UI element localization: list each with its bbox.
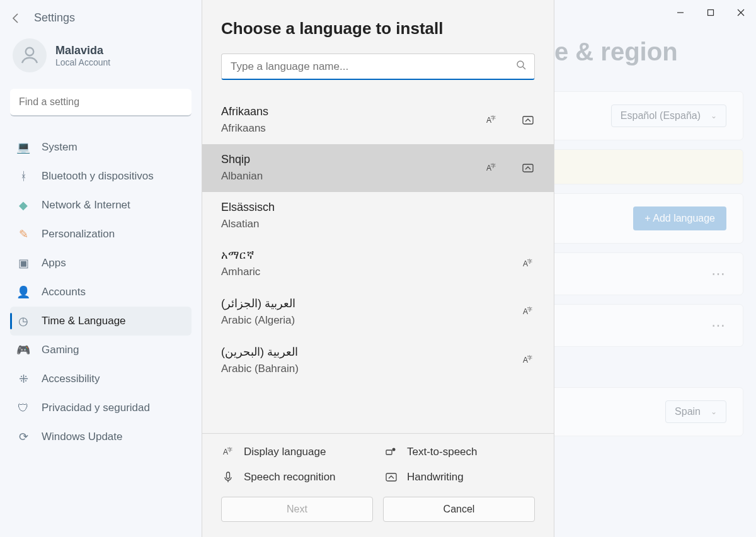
nav-icon: 👤 (16, 285, 30, 299)
language-list: AfrikaansAfrikaansA字ShqipAlbanianA字Elsäs… (202, 96, 554, 433)
sidebar-item-personalization[interactable]: ✎Personalization (10, 220, 192, 249)
legend-text-to-speech: Text-to-speech (384, 445, 535, 459)
svg-text:字: 字 (527, 259, 532, 264)
svg-text:字: 字 (527, 307, 532, 312)
svg-point-4 (26, 48, 34, 56)
svg-line-6 (523, 67, 525, 69)
display-language-select[interactable]: Español (España)⌄ (611, 105, 726, 127)
display-icon: A字 (521, 257, 535, 271)
language-english-name: Albanian (221, 170, 263, 183)
nav-label: Windows Update (42, 431, 123, 443)
sidebar-item-time-language[interactable]: ◷Time & Language (10, 307, 192, 336)
language-english-name: Afrikaans (221, 122, 268, 135)
nav-label: Accessibility (42, 373, 100, 385)
language-native-name: Elsässisch (221, 201, 275, 214)
sidebar-item-accessibility[interactable]: ⁜Accessibility (10, 365, 192, 393)
nav-icon: ◆ (16, 198, 30, 212)
language-native-name: Shqip (221, 153, 263, 166)
svg-rect-9 (523, 116, 533, 124)
language-option-alsatian[interactable]: ElsässischAlsatian (202, 192, 554, 240)
sidebar-item-accounts[interactable]: 👤Accounts (10, 278, 192, 307)
sidebar-item-network-internet[interactable]: ◆Network & Internet (10, 191, 192, 220)
language-native-name: العربية (الجزائر) (221, 297, 295, 310)
language-english-name: Arabic (Algeria) (221, 314, 295, 327)
sidebar-item-gaming[interactable]: 🎮Gaming (10, 336, 192, 365)
language-option-arabic-bahrain-[interactable]: العربية (البحرين)Arabic (Bahrain)A字 (202, 336, 554, 385)
language-option-arabic-algeria-[interactable]: العربية (الجزائر)Arabic (Algeria)A字 (202, 288, 554, 336)
svg-point-5 (517, 61, 524, 67)
nav-label: Privacidad y seguridad (42, 402, 150, 414)
sidebar-item-bluetooth-y-dispositivos[interactable]: ᚼBluetooth y dispositivos (10, 162, 192, 191)
language-english-name: Alsatian (221, 218, 275, 230)
dialog-footer: A字 Display language Text-to-speech Speec… (202, 433, 554, 537)
svg-text:字: 字 (527, 355, 532, 361)
svg-rect-12 (523, 164, 533, 172)
display-language-icon: A字 (221, 445, 235, 459)
more-options-icon[interactable]: ⋯ (711, 317, 726, 334)
language-option-afrikaans[interactable]: AfrikaansAfrikaansA字 (202, 96, 554, 144)
nav-label: Accounts (42, 286, 86, 298)
dialog-title: Choose a language to install (202, 0, 554, 54)
language-english-name: Amharic (221, 266, 260, 278)
nav-icon: ◷ (16, 314, 30, 328)
nav-icon: ⟳ (16, 430, 30, 444)
add-language-button[interactable]: + Add language (633, 206, 726, 230)
search-icon (516, 60, 526, 72)
sidebar-item-apps[interactable]: ▣Apps (10, 249, 192, 278)
close-button[interactable] (726, 0, 756, 25)
legend-speech-recognition: Speech recognition (221, 470, 372, 484)
language-native-name: አማርኛ (221, 249, 260, 262)
handwriting-icon (521, 161, 535, 175)
nav-label: System (42, 141, 77, 154)
display-icon: A字 (484, 113, 498, 127)
sidebar-item-windows-update[interactable]: ⟳Windows Update (10, 422, 192, 451)
next-button[interactable]: Next (221, 497, 373, 522)
legend-display-language: A字 Display language (221, 445, 372, 459)
nav-icon: 💻 (16, 140, 30, 154)
window-titlebar (665, 0, 756, 25)
nav-icon: ⁜ (16, 372, 30, 386)
nav-icon: 🎮 (16, 343, 30, 357)
tts-icon (384, 445, 398, 459)
svg-text:字: 字 (491, 115, 496, 121)
back-button[interactable] (10, 12, 23, 25)
language-native-name: Afrikaans (221, 105, 268, 118)
nav-label: Time & Language (42, 315, 126, 327)
nav-icon: 🛡 (16, 401, 30, 415)
nav-icon: ᚼ (16, 169, 30, 183)
minimize-button[interactable] (665, 0, 696, 25)
nav-label: Apps (42, 257, 66, 269)
user-account-type: Local Account (55, 57, 110, 67)
sidebar-item-privacidad-y-seguridad[interactable]: 🛡Privacidad y seguridad (10, 393, 192, 422)
language-search-input[interactable] (221, 54, 535, 80)
handwriting-icon (521, 113, 535, 127)
more-options-icon[interactable]: ⋯ (711, 266, 726, 282)
microphone-icon (221, 470, 235, 484)
maximize-button[interactable] (696, 0, 726, 25)
nav-icon: ✎ (16, 227, 30, 241)
handwriting-icon (384, 470, 398, 484)
settings-search-input[interactable] (10, 89, 192, 116)
display-icon: A字 (521, 305, 535, 319)
display-icon: A字 (521, 353, 535, 367)
svg-rect-1 (708, 10, 714, 16)
svg-rect-21 (386, 450, 392, 455)
language-native-name: العربية (البحرين) (221, 345, 299, 359)
nav-label: Bluetooth y dispositivos (42, 170, 154, 183)
user-profile[interactable]: Malavida Local Account (13, 38, 192, 72)
display-icon: A字 (484, 161, 498, 175)
svg-rect-23 (227, 472, 230, 478)
avatar-icon (13, 38, 47, 72)
language-option-albanian[interactable]: ShqipAlbanianA字 (202, 144, 554, 192)
language-english-name: Arabic (Bahrain) (221, 363, 299, 375)
sidebar-item-system[interactable]: 💻System (10, 133, 192, 162)
language-option-amharic[interactable]: አማርኛAmharicA字 (202, 240, 554, 288)
nav-icon: ▣ (16, 256, 30, 270)
nav-label: Personalization (42, 228, 115, 240)
cancel-button[interactable]: Cancel (383, 497, 535, 522)
region-select[interactable]: Spain⌄ (665, 400, 726, 423)
svg-text:字: 字 (491, 163, 496, 169)
app-title: Settings (34, 11, 75, 25)
install-language-dialog: Choose a language to install AfrikaansAf… (202, 0, 554, 537)
nav-label: Gaming (42, 344, 79, 356)
